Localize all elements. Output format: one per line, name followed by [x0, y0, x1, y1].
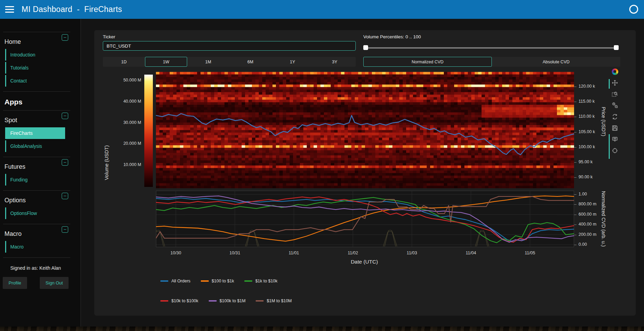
legend-item-all-orders[interactable]: All Orders	[160, 279, 191, 283]
legend-swatch	[201, 280, 209, 282]
sign-out-button[interactable]: Sign Out	[40, 277, 69, 289]
profile-button[interactable]: Profile	[3, 277, 27, 289]
ticker-input[interactable]	[103, 41, 356, 51]
range-button-1m[interactable]: 1M	[187, 57, 229, 67]
section-heading: Futures	[4, 163, 81, 170]
save-icon[interactable]	[610, 124, 619, 132]
axis-tick-mark	[574, 235, 576, 235]
cvd-axis-title: Normalized CVD (arb. u.)	[601, 191, 606, 247]
legend-item-1m-10m[interactable]: $1M to $10M	[256, 298, 292, 303]
sidebar-item-optionsflow[interactable]: OptionsFlow	[5, 207, 81, 219]
ticker-label: Ticker	[103, 34, 115, 39]
main-panel: Ticker 1D 1W 1M 6M 1Y 3Y Volume Percenti…	[94, 30, 636, 316]
colorbar-tick: 30.000 M	[113, 120, 141, 125]
legend-item-100k-1m[interactable]: $100k to $1M	[209, 298, 246, 303]
legend-item-10k-100k[interactable]: $10k to $100k	[160, 298, 198, 303]
colorbar-tick: 50.000 M	[113, 78, 141, 82]
normalized-cvd-button[interactable]: Normalized CVD	[363, 57, 492, 67]
absolute-cvd-button[interactable]: Absolute CVD	[492, 57, 620, 67]
pan-icon[interactable]	[610, 78, 619, 87]
sidebar-item-firecharts[interactable]: FireCharts	[5, 127, 81, 139]
price-tick: 105.00 k	[579, 129, 603, 134]
sidebar-item-introduction[interactable]: Introduction	[5, 49, 81, 61]
date-tick: 11/03	[402, 251, 422, 255]
range-button-1d[interactable]: 1D	[103, 57, 145, 67]
reset-axes-icon[interactable]	[610, 112, 619, 121]
axis-tick-mark	[574, 245, 576, 245]
collapse-icon[interactable]	[62, 226, 68, 233]
sidebar-section-macro: Macro Macro	[0, 224, 81, 257]
legend-item-100-1k[interactable]: $100 to $1k	[201, 279, 234, 283]
legend-swatch	[256, 300, 264, 302]
price-tick: 95.00 k	[579, 160, 603, 164]
zoom-in-out-icon[interactable]	[610, 101, 619, 110]
colorbar-tick: 10.000 M	[113, 162, 141, 167]
axis-tick-mark	[574, 204, 576, 205]
hover-tooltip-icon[interactable]	[610, 135, 619, 144]
range-button-6m[interactable]: 6M	[229, 57, 271, 67]
collapse-icon[interactable]	[62, 34, 68, 41]
legend-row-1: All Orders $100 to $1k $1k to $10k	[160, 279, 278, 283]
date-tick: 11/04	[461, 251, 481, 255]
axis-tick-mark	[574, 147, 576, 148]
apps-heading: Apps	[4, 98, 81, 106]
price-tick: 90.00 k	[579, 175, 603, 179]
crosshair-icon[interactable]	[610, 146, 619, 155]
volume-heatmap-chart[interactable]	[156, 72, 574, 188]
sidebar-item-tutorials[interactable]: Tutorials	[5, 62, 81, 74]
price-tick: 115.00 k	[579, 99, 603, 104]
date-tick: 10/31	[224, 251, 245, 255]
sidebar-item-contact[interactable]: Contact	[5, 75, 81, 87]
box-zoom-icon[interactable]	[610, 90, 619, 99]
section-heading: Options	[4, 197, 81, 204]
modebar-active-indicator	[609, 79, 610, 89]
plotly-logo-icon[interactable]	[610, 67, 619, 76]
axis-tick-mark	[574, 215, 576, 215]
signed-in-text: Signed in as: Keith Alan	[10, 265, 81, 271]
price-tick: 100.00 k	[579, 144, 603, 149]
section-heading: Home	[4, 38, 81, 46]
sidebar-item-globalanalysis[interactable]: GlobalAnalysis	[5, 140, 81, 152]
section-heading: Spot	[4, 117, 81, 124]
axis-tick-mark	[574, 194, 576, 195]
sidebar-item-macro[interactable]: Macro	[5, 241, 81, 253]
colorbar	[144, 75, 153, 187]
collapse-icon[interactable]	[62, 159, 68, 166]
legend-swatch	[244, 280, 252, 282]
chart-modebar	[610, 67, 619, 155]
sidebar-section-options: Options OptionsFlow	[0, 191, 81, 224]
axis-tick-mark	[574, 162, 576, 163]
user-circle-icon[interactable]	[629, 5, 638, 14]
collapse-icon[interactable]	[62, 193, 68, 199]
slider-handle-low[interactable]	[363, 45, 368, 50]
collapse-icon[interactable]	[62, 113, 68, 119]
sidebar-item-funding[interactable]: Funding	[5, 174, 81, 186]
sidebar-section-futures: Futures Funding	[0, 157, 81, 190]
hamburger-menu-icon[interactable]	[5, 6, 14, 13]
volume-percentiles-label: Volume Percentiles: 0 .. 100	[363, 34, 421, 39]
range-button-1w[interactable]: 1W	[145, 57, 187, 67]
sidebar: Home Introduction Tutorials Contact Apps…	[0, 19, 81, 327]
slider-handle-high[interactable]	[614, 45, 619, 50]
app-title: MI Dashboard - FireCharts	[22, 5, 122, 14]
legend-swatch	[209, 300, 217, 302]
range-button-3y[interactable]: 3Y	[314, 57, 356, 67]
sidebar-section-spot: Spot FireCharts GlobalAnalysis	[0, 111, 81, 157]
price-tick: 120.00 k	[579, 84, 603, 89]
axis-tick-mark	[574, 102, 576, 102]
sidebar-section-apps-label: Apps	[0, 92, 81, 110]
date-tick: 11/01	[283, 251, 304, 255]
axis-tick-mark	[574, 132, 576, 132]
date-tick: 11/05	[520, 251, 540, 255]
date-tick: 11/02	[343, 251, 363, 255]
legend-item-1k-10k[interactable]: $1k to $10k	[244, 279, 278, 283]
top-app-bar: MI Dashboard - FireCharts	[0, 0, 644, 19]
legend-row-2: $10k to $100k $100k to $1M $1M to $10M	[160, 298, 292, 303]
sidebar-section-home: Home Introduction Tutorials Contact	[0, 32, 81, 91]
cvd-line-chart[interactable]	[156, 191, 574, 247]
range-button-group: 1D 1W 1M 6M 1Y 3Y	[103, 57, 356, 67]
slider-track[interactable]	[363, 47, 619, 49]
divider	[3, 257, 70, 258]
range-button-1y[interactable]: 1Y	[271, 57, 314, 67]
volume-percentile-slider	[363, 45, 619, 50]
